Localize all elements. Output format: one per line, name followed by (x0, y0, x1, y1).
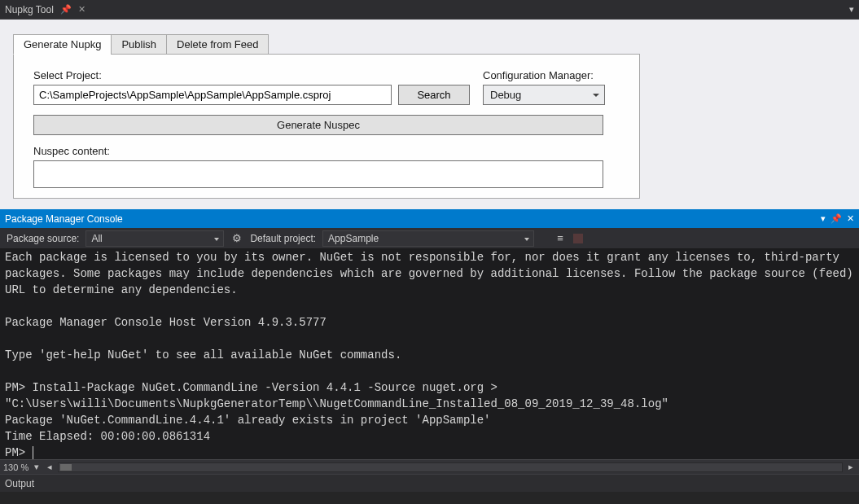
nuspec-content-label: Nuspec content: (33, 145, 620, 157)
default-project-value: AppSample (328, 233, 379, 244)
pmc-close-icon[interactable]: ✕ (847, 213, 854, 224)
package-source-value: All (91, 233, 102, 244)
generate-nuspec-button[interactable]: Generate Nuspec (33, 115, 603, 135)
search-button[interactable]: Search (398, 85, 470, 105)
pmc-title-text: Package Manager Console (5, 213, 123, 225)
nupkg-tool-panel: Generate Nupkg Publish Delete from Feed … (0, 20, 859, 209)
nuspec-content-field[interactable] (33, 160, 603, 188)
generate-nupkg-form: Select Project: Search Configuration Man… (13, 54, 640, 199)
tool-window-options-dropdown[interactable]: ▾ (849, 4, 854, 15)
zoom-dropdown-icon[interactable]: ▾ (32, 462, 42, 472)
config-manager-select[interactable]: Debug (483, 85, 605, 105)
output-title-text: Output (5, 478, 34, 489)
project-path-field[interactable] (33, 85, 392, 105)
default-project-label: Default project: (250, 233, 316, 244)
tool-window-close-icon[interactable]: ✕ (78, 4, 85, 15)
pmc-console[interactable]: Each package is licensed to you by its o… (0, 249, 859, 459)
tab-label: Delete from Feed (177, 38, 258, 50)
tab-delete-from-feed[interactable]: Delete from Feed (166, 34, 269, 55)
pmc-pin-icon[interactable]: 📌 (831, 213, 842, 224)
tab-label: Generate Nupkg (24, 38, 101, 50)
horizontal-scrollbar[interactable] (58, 462, 843, 472)
pmc-zoom-bar: 130 % ▾ ◂ ▸ (0, 459, 859, 474)
scrollbar-thumb[interactable] (60, 464, 72, 471)
output-window-title-bar[interactable]: Output (0, 474, 859, 492)
output-window-body (0, 492, 859, 504)
tool-window-pin-icon[interactable]: 📌 (60, 4, 72, 15)
tool-window-title: Nupkg Tool (5, 4, 54, 15)
tool-window-title-bar: Nupkg Tool 📌 ✕ ▾ (0, 0, 859, 20)
stop-icon[interactable] (573, 234, 583, 243)
pmc-toolbar: Package source: All ⚙ Default project: A… (0, 228, 859, 249)
package-source-label: Package source: (7, 233, 79, 244)
tab-label: Publish (121, 38, 156, 50)
default-project-select[interactable]: AppSample (322, 230, 534, 247)
pmc-title-bar: Package Manager Console ▾ 📌 ✕ (0, 209, 859, 228)
zoom-value: 130 % (3, 462, 28, 472)
config-manager-label: Configuration Manager: (483, 69, 605, 81)
search-button-label: Search (417, 89, 450, 101)
config-manager-value: Debug (490, 89, 521, 101)
package-source-select[interactable]: All (85, 230, 224, 247)
scroll-right-icon[interactable]: ▸ (846, 462, 856, 472)
generate-nuspec-label: Generate Nuspec (277, 119, 360, 131)
clear-console-icon[interactable]: ≡ (554, 232, 567, 245)
gear-icon[interactable]: ⚙ (230, 232, 243, 245)
tab-publish[interactable]: Publish (111, 34, 167, 55)
pmc-window-position-icon[interactable]: ▾ (821, 213, 826, 224)
nupkg-tabstrip: Generate Nupkg Publish Delete from Feed (13, 34, 846, 55)
select-project-label: Select Project: (33, 69, 392, 81)
caret-icon (33, 446, 33, 459)
pmc-console-text: Each package is licensed to you by its o… (5, 251, 859, 459)
scroll-left-icon[interactable]: ◂ (45, 462, 55, 472)
tab-generate-nupkg[interactable]: Generate Nupkg (13, 34, 112, 55)
